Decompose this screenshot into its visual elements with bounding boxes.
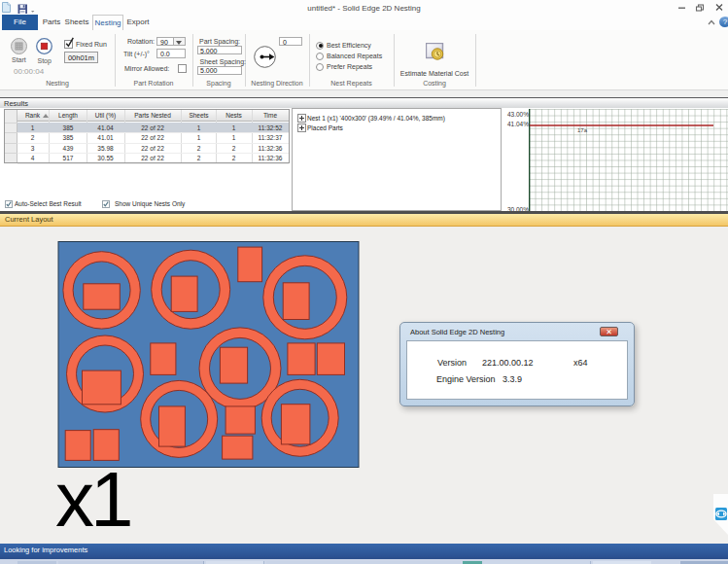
svg-text:17a: 17a: [577, 127, 588, 133]
